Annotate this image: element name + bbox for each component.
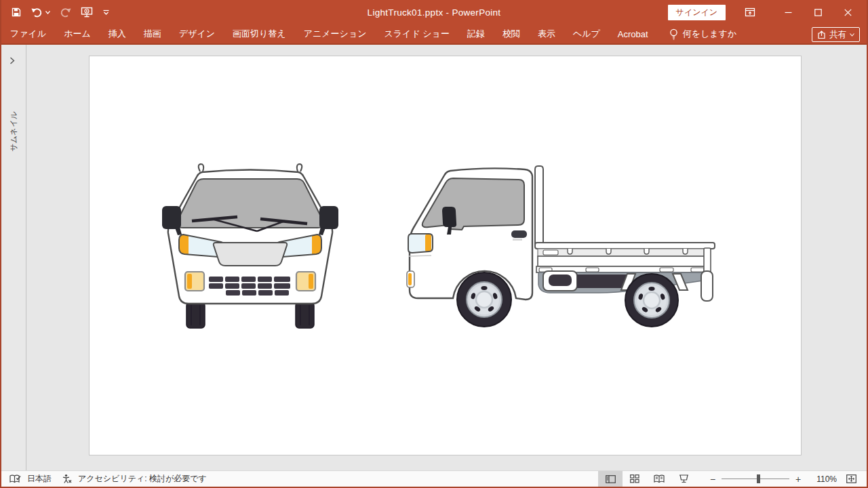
quick-access-toolbar	[1, 7, 110, 18]
spellcheck-book-icon[interactable]	[9, 474, 21, 484]
roof-hook-right	[297, 164, 302, 171]
language-status[interactable]: 日本語	[27, 473, 52, 485]
chevron-down-icon	[850, 33, 854, 37]
start-slideshow-icon[interactable]	[81, 7, 93, 18]
redo-icon[interactable]	[60, 7, 71, 18]
chevron-right-icon[interactable]	[9, 57, 15, 64]
close-button[interactable]	[833, 0, 863, 24]
flatbed	[535, 243, 715, 272]
minimize-button[interactable]	[773, 0, 803, 24]
roof-hook-left	[199, 164, 203, 171]
ribbon-tab-row: ファイル ホーム 挿入 描画 デザイン 画面切り替え アニメーション スライド …	[1, 24, 867, 45]
tell-me-search[interactable]: 何をしますか	[669, 28, 737, 40]
share-icon	[817, 30, 826, 39]
fog-lamp-left	[185, 272, 204, 291]
powerpoint-window: LightTruck01.pptx - PowerPoint サインイン ファイ…	[0, 0, 868, 488]
front-wheel	[457, 272, 511, 327]
share-label: 共有	[829, 29, 846, 41]
sign-in-button[interactable]: サインイン	[668, 5, 726, 20]
slide-sorter-icon[interactable]	[623, 471, 647, 487]
status-bar-right: − + 110%	[598, 471, 863, 487]
accessibility-status[interactable]: アクセシビリティ: 検討が必要です	[78, 473, 207, 485]
tab-view[interactable]: 表示	[529, 24, 564, 43]
tab-slideshow[interactable]: スライド ショー	[375, 24, 458, 43]
zoom-level[interactable]: 110%	[808, 474, 837, 484]
slide-canvas[interactable]	[89, 56, 802, 455]
tell-me-label: 何をしますか	[683, 28, 737, 40]
rear-wheel	[625, 274, 678, 327]
customize-qat-icon[interactable]	[102, 9, 110, 16]
underbody-box	[543, 271, 577, 291]
slideshow-icon[interactable]	[671, 471, 696, 487]
tab-home[interactable]: ホーム	[55, 24, 100, 43]
status-bar-left: 日本語 アクセシビリティ: 検討が必要です	[1, 473, 207, 485]
fog-lamp-right	[296, 272, 315, 291]
save-icon[interactable]	[11, 7, 22, 18]
tab-animations[interactable]: アニメーション	[295, 24, 376, 43]
tab-help[interactable]: ヘルプ	[564, 24, 609, 43]
zoom-slider-handle[interactable]	[757, 474, 760, 483]
front-view-tires	[186, 302, 314, 328]
normal-view-icon[interactable]	[598, 471, 623, 487]
tab-draw[interactable]: 描画	[135, 24, 170, 43]
workspace: サムネイル	[1, 45, 867, 470]
thumbnails-pane-collapsed[interactable]: サムネイル	[1, 45, 26, 470]
kei-truck-side-view[interactable]	[406, 164, 717, 329]
tab-review[interactable]: 校閲	[494, 24, 529, 43]
status-bar: 日本語 アクセシビリティ: 検討が必要です − + 1	[1, 470, 867, 487]
thumbnails-pane-label: サムネイル	[9, 112, 19, 152]
ribbon-display-options-icon[interactable]	[735, 0, 765, 24]
tab-design[interactable]: デザイン	[170, 24, 224, 43]
tab-file[interactable]: ファイル	[1, 24, 55, 43]
kei-truck-front-view[interactable]	[161, 163, 339, 329]
tab-record[interactable]: 記録	[458, 24, 494, 43]
zoom-in-button[interactable]: +	[792, 474, 804, 485]
maximize-button[interactable]	[803, 0, 833, 24]
share-button[interactable]: 共有	[812, 27, 860, 42]
title-bar-controls: サインイン	[668, 0, 863, 24]
tab-acrobat[interactable]: Acrobat	[609, 24, 657, 43]
zoom-slider[interactable]	[722, 479, 789, 479]
hood-grille-panel	[214, 243, 287, 266]
title-bar: LightTruck01.pptx - PowerPoint サインイン	[1, 0, 867, 24]
reading-view-icon[interactable]	[647, 471, 671, 487]
bed-guard-post	[535, 166, 543, 244]
accessibility-person-icon[interactable]	[62, 474, 72, 484]
fit-to-window-icon[interactable]	[842, 474, 860, 483]
lightbulb-icon	[669, 28, 678, 40]
side-marker-lamp	[407, 271, 414, 287]
undo-dropdown-icon	[45, 11, 50, 14]
zoom-out-button[interactable]: −	[707, 474, 719, 485]
tab-insert[interactable]: 挿入	[100, 24, 135, 43]
undo-icon[interactable]	[31, 7, 50, 18]
tab-transitions[interactable]: 画面切り替え	[224, 24, 295, 43]
